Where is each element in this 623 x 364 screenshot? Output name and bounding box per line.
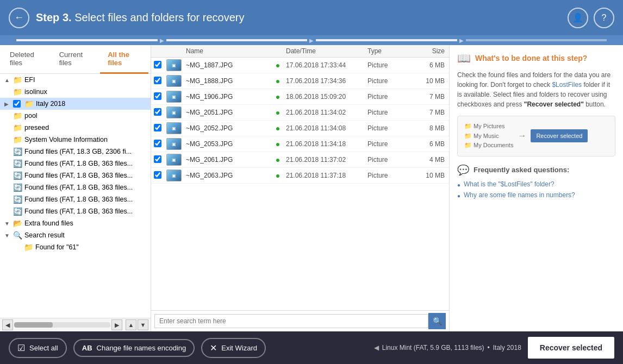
main-content: Deleted files Current files All the file…	[0, 45, 623, 331]
tree-item-pool[interactable]: 📁 pool	[0, 110, 151, 122]
file-checkbox-4[interactable]	[154, 108, 161, 116]
file-size: 4 MB	[411, 156, 449, 164]
recover-selected-button[interactable]: Recover selected	[528, 337, 614, 359]
file-date: 17.06.2018 17:34:36	[286, 77, 367, 85]
row-checkbox[interactable]	[151, 140, 164, 149]
mini-arrow-icon: →	[518, 131, 526, 141]
row-icon: ▣	[164, 170, 184, 181]
tree-scroll-left[interactable]: ◀	[2, 319, 13, 330]
file-list: ▣ ~MG_1887.JPG ● 17.06.2018 17:33:44 Pic…	[151, 58, 449, 310]
status-left: Linux Mint (FAT, 5.9 GB, 1113 files)	[382, 344, 484, 352]
file-list-area: Name Date/Time Type Size ▣ ~MG_1887.JPG …	[151, 45, 449, 331]
row-checkbox[interactable]	[151, 77, 164, 86]
file-status: ●	[270, 61, 286, 70]
folder-icon: 📁	[13, 123, 22, 132]
tree-container[interactable]: ▲ 📁 EFI 📁 isolinux ▶ 📁 Italy 2018 📁	[0, 74, 151, 318]
tree-scroll-up[interactable]: ▲	[126, 319, 136, 330]
info-highlight: $LostFiles	[552, 81, 582, 89]
tree-item-found6[interactable]: 🔄 Found files (FAT, 1.8 GB, 363 files...	[0, 205, 151, 217]
user-button[interactable]: 👤	[568, 8, 588, 28]
file-checkbox-8[interactable]	[154, 171, 161, 179]
search-input[interactable]	[154, 314, 428, 328]
tree-item-sysvolinfo[interactable]: 📁 System Volume Information	[0, 134, 151, 146]
file-size: 6 MB	[411, 61, 449, 69]
file-checkbox-6[interactable]	[154, 140, 161, 147]
file-type: Picture	[367, 172, 411, 179]
tab-deleted[interactable]: Deleted files	[2, 45, 52, 74]
folder-icon: 📁	[24, 243, 33, 252]
tree-item-found-61[interactable]: 📁 Found for "61"	[0, 241, 151, 253]
select-all-icon: ☑	[17, 343, 25, 353]
header: ← Step 3. Select files and folders for r…	[0, 0, 623, 35]
file-checkbox-3[interactable]	[154, 92, 161, 100]
tree-item-found2[interactable]: 🔄 Found files (FAT, 1.8 GB, 363 files...	[0, 158, 151, 170]
back-button[interactable]: ←	[9, 8, 29, 28]
tree-item-italy2018[interactable]: ▶ 📁 Italy 2018	[0, 98, 151, 110]
row-checkbox[interactable]	[151, 61, 164, 70]
tree-item-found1[interactable]: 🔄 Found files (FAT, 18.3 GB, 2306 fi...	[0, 146, 151, 158]
row-icon: ▣	[164, 138, 184, 150]
file-list-header: Name Date/Time Type Size	[151, 45, 449, 58]
file-row: ▣ ~MG_2052.JPG ● 21.06.2018 11:34:08 Pic…	[151, 121, 449, 136]
recover-mini-button[interactable]: Recover selected	[531, 129, 588, 142]
tree-item-efi[interactable]: ▲ 📁 EFI	[0, 74, 151, 86]
tree-item-preseed[interactable]: 📁 preseed	[0, 122, 151, 134]
faq-link-2[interactable]: Why are some file names in numbers?	[464, 191, 575, 199]
help-button[interactable]: ?	[594, 8, 614, 28]
info-bold-quote: "Recover selected"	[524, 101, 584, 108]
status-separator: •	[488, 344, 490, 352]
faq-header: 💬 Frequently asked questions:	[457, 164, 615, 176]
select-all-button[interactable]: ☑ Select all	[9, 338, 67, 358]
encoding-button[interactable]: AB Change file names encoding	[73, 339, 195, 357]
tree-item-search-result[interactable]: ▼ 🔍 Search result	[0, 229, 151, 241]
progress-step-4	[466, 39, 607, 41]
file-name: ~MG_1887.JPG	[184, 61, 270, 69]
expand-icon: ▶	[4, 101, 11, 107]
header-subtitle: Select files and folders for recovery	[74, 11, 244, 23]
faq-icon: 💬	[457, 164, 469, 176]
file-size: 7 MB	[411, 93, 449, 101]
exit-button[interactable]: ✕ Exit Wizard	[201, 338, 266, 358]
file-type: Picture	[367, 140, 411, 148]
tab-current[interactable]: Current files	[52, 45, 100, 74]
info-header-title: What's to be done at this step?	[475, 54, 587, 62]
search-button[interactable]: 🔍	[428, 313, 446, 329]
tree-scroll-right[interactable]: ▶	[111, 319, 122, 330]
found-icon: 🔄	[13, 171, 22, 180]
file-date: 17.06.2018 17:33:44	[286, 61, 367, 69]
tree-item-label: Extra found files	[24, 219, 73, 227]
tree-item-label: preseed	[24, 124, 49, 131]
row-checkbox[interactable]	[151, 155, 164, 165]
file-checkbox-1[interactable]	[154, 61, 161, 68]
tree-item-found5[interactable]: 🔄 Found files (FAT, 1.8 GB, 363 files...	[0, 193, 151, 205]
tree-item-extra-found[interactable]: ▼ 📂 Extra found files	[0, 217, 151, 229]
file-status: ●	[270, 77, 286, 85]
user-icon: 👤	[572, 12, 583, 23]
file-row: ▣ ~MG_2063.JPG ● 21.06.2018 11:37:18 Pic…	[151, 168, 449, 184]
tree-item-found3[interactable]: 🔄 Found files (FAT, 1.8 GB, 363 files...	[0, 170, 151, 181]
tree-item-isolinux[interactable]: 📁 isolinux	[0, 86, 151, 98]
file-type: Picture	[367, 61, 411, 69]
image-thumbnail: ▣	[166, 154, 182, 166]
row-checkbox[interactable]	[151, 124, 164, 133]
file-checkbox-5[interactable]	[154, 124, 161, 131]
back-icon: ←	[14, 12, 24, 23]
progress-arrow-1: ▶	[160, 37, 164, 43]
row-checkbox[interactable]	[151, 108, 164, 117]
tree-item-checkbox[interactable]	[13, 100, 21, 108]
file-checkbox-7[interactable]	[154, 155, 161, 163]
image-thumbnail: ▣	[166, 106, 182, 118]
faq-link-1[interactable]: What is the "$LostFiles" folder?	[464, 180, 555, 188]
file-row: ▣ ~MG_1887.JPG ● 17.06.2018 17:33:44 Pic…	[151, 58, 449, 73]
tree-item-found4[interactable]: 🔄 Found files (FAT, 1.8 GB, 363 files...	[0, 181, 151, 193]
file-checkbox-2[interactable]	[154, 77, 161, 84]
row-checkbox[interactable]	[151, 171, 164, 180]
faq-item-2: ● Why are some file names in numbers?	[457, 191, 615, 199]
tab-all[interactable]: All the files	[100, 45, 148, 74]
col-date: Date/Time	[286, 47, 367, 55]
file-type: Picture	[367, 156, 411, 164]
tree-scroll-down[interactable]: ▼	[138, 319, 148, 330]
row-checkbox[interactable]	[151, 92, 164, 102]
file-row: ▣ ~MG_1888.JPG ● 17.06.2018 17:34:36 Pic…	[151, 73, 449, 89]
image-thumbnail: ▣	[166, 59, 182, 71]
